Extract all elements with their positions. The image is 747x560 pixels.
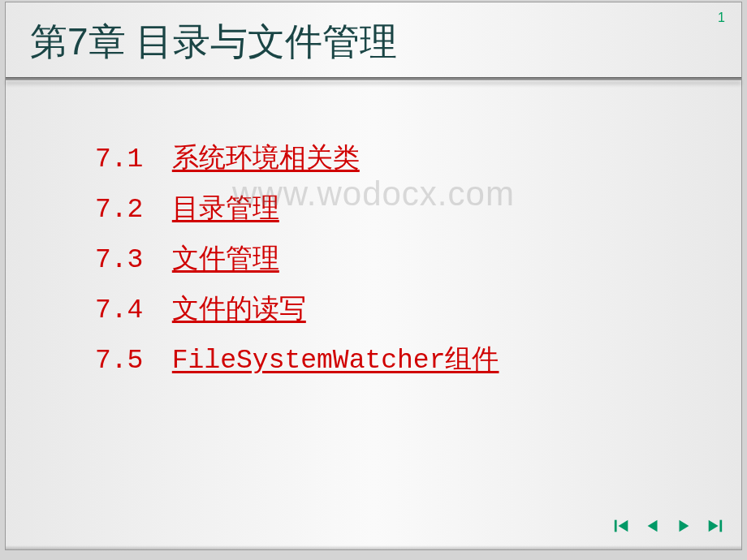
toc-link-fswatcher[interactable]: FileSystemWatcher组件 [172, 346, 499, 376]
toc-number: 7.2 [95, 187, 156, 233]
toc-number: 7.3 [95, 238, 156, 283]
triangle-right-icon [675, 517, 693, 535]
svg-marker-1 [618, 520, 628, 532]
toc-link-system-env[interactable]: 系统环境相关类 [172, 144, 360, 174]
triangle-left-icon [644, 517, 662, 535]
nav-prev-button[interactable] [644, 517, 662, 535]
toc-link-directory-mgmt[interactable]: 目录管理 [172, 195, 279, 225]
toc-item: 7.1 系统环境相关类 [95, 137, 709, 183]
nav-controls [613, 517, 723, 535]
page-number: 1 [718, 11, 725, 25]
toc-link-file-rw[interactable]: 文件的读写 [172, 295, 306, 325]
toc-item: 7.5 FileSystemWatcher组件 [95, 338, 709, 384]
slide-container: 1 第7章 目录与文件管理 www.wodocx.com 7.1 系统环境相关类… [5, 2, 742, 550]
svg-marker-4 [709, 520, 719, 532]
svg-rect-5 [719, 520, 722, 532]
bottom-shadow [6, 545, 741, 549]
toc-link-file-mgmt[interactable]: 文件管理 [172, 245, 279, 275]
toc-item: 7.3 文件管理 [95, 238, 709, 283]
nav-next-button[interactable] [675, 517, 693, 535]
toc-item: 7.4 文件的读写 [95, 288, 709, 334]
content-area: www.wodocx.com 7.1 系统环境相关类 7.2 目录管理 7.3 … [6, 80, 741, 405]
nav-last-button[interactable] [706, 517, 723, 535]
toc-number: 7.5 [95, 338, 156, 384]
skip-last-icon [706, 517, 723, 535]
svg-marker-2 [648, 520, 658, 532]
nav-first-button[interactable] [613, 517, 631, 535]
svg-rect-0 [615, 520, 617, 532]
skip-first-icon [613, 517, 631, 535]
toc-list: 7.1 系统环境相关类 7.2 目录管理 7.3 文件管理 7.4 文件的读写 … [95, 137, 709, 384]
toc-item: 7.2 目录管理 [95, 187, 709, 233]
toc-number: 7.1 [95, 137, 156, 183]
chapter-title: 第7章 目录与文件管理 [6, 2, 741, 77]
svg-marker-3 [680, 520, 689, 532]
toc-number: 7.4 [95, 288, 156, 334]
